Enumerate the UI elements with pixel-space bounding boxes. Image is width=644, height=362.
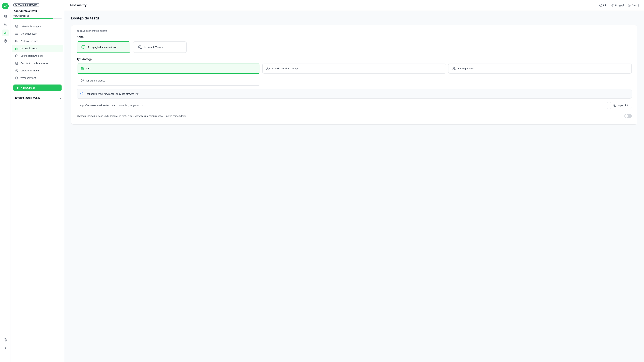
nav-item-label: Ocenianie i podsumowanie bbox=[20, 62, 49, 64]
group-password-icon bbox=[452, 66, 456, 70]
preview-button[interactable]: Podgląd bbox=[611, 4, 624, 7]
svg-rect-20 bbox=[16, 42, 16, 42]
info-button[interactable]: Info bbox=[599, 4, 607, 7]
link-row: Kopiuj link bbox=[77, 102, 632, 109]
sidebar-item-dostep-do-testu[interactable]: Dostęp do testu bbox=[12, 45, 63, 52]
nav-item-label: Zestawy testowe bbox=[20, 40, 38, 42]
individual-code-icon bbox=[266, 66, 270, 70]
main-area: Test wiedzy Info Podgląd Drukuj bbox=[64, 0, 644, 362]
access-btn-indywidualny-kod[interactable]: Indywidualny kod dostępu bbox=[262, 64, 446, 74]
access-btn-haslo-grupowe[interactable]: Hasło grupowe bbox=[448, 64, 632, 74]
nav-item-label: Menedżer pytań bbox=[20, 32, 37, 35]
browser-icon bbox=[81, 45, 86, 50]
info-box: Test będzie mógł rozwiązać każdy, kto ot… bbox=[77, 89, 632, 98]
rail-back-icon[interactable] bbox=[2, 344, 9, 351]
toggle-switch[interactable] bbox=[624, 114, 632, 118]
rail-users-icon[interactable] bbox=[2, 22, 9, 28]
svg-rect-1 bbox=[6, 16, 6, 16]
sets-icon bbox=[15, 39, 18, 43]
print-button[interactable]: Drukuj bbox=[628, 4, 639, 7]
svg-rect-32 bbox=[82, 46, 85, 48]
svg-rect-22 bbox=[16, 48, 18, 50]
progress-bar-fill bbox=[14, 18, 53, 19]
activate-test-button[interactable]: Aktywuj test bbox=[14, 84, 62, 91]
copy-link-button[interactable]: Kopiuj link bbox=[610, 102, 632, 109]
rail-home-icon[interactable] bbox=[2, 14, 9, 20]
svg-rect-0 bbox=[4, 16, 5, 16]
info-box-text: Test będzie mógł rozwiązać każdy, kto ot… bbox=[86, 92, 138, 95]
access-btn-label: Link bbox=[86, 67, 91, 70]
svg-point-38 bbox=[267, 68, 268, 68]
access-type-section-label: RODZAJ DOSTĘPU DO TESTU bbox=[77, 30, 632, 32]
nav-item-label: Ustawienia wstępne bbox=[20, 25, 42, 28]
globe-icon bbox=[80, 66, 84, 70]
svg-point-35 bbox=[138, 46, 140, 47]
time-icon bbox=[15, 69, 18, 72]
config-section-title[interactable]: Konfiguracja testu ⌃ bbox=[14, 10, 62, 12]
results-section: Przebieg testu i wyniki ⌄ bbox=[11, 94, 64, 101]
access-btn-link[interactable]: Link bbox=[77, 64, 260, 74]
toggle-row: Wymagaj indywidualnego kodu dostępu do t… bbox=[77, 112, 632, 120]
svg-point-8 bbox=[5, 40, 6, 42]
sidebar-item-wzor-certyfikatu[interactable]: Wzór certyfikatu bbox=[12, 74, 63, 82]
access-type-grid-row2: Link (trening/quiz) bbox=[77, 76, 632, 86]
svg-marker-26 bbox=[17, 87, 19, 89]
svg-rect-31 bbox=[628, 6, 630, 6]
access-type-grid: Link Indywidualny kod dostępu bbox=[77, 64, 632, 74]
svg-point-40 bbox=[82, 80, 83, 81]
rail-charts-icon[interactable] bbox=[2, 30, 9, 36]
content-area: Dostęp do testu RODZAJ DOSTĘPU DO TESTU … bbox=[64, 11, 644, 362]
app-logo[interactable] bbox=[2, 3, 9, 10]
channel-btn-przegladarka[interactable]: Przeglądarka internetowa bbox=[77, 42, 130, 53]
access-card: RODZAJ DOSTĘPU DO TESTU Kanał Przeglądar… bbox=[71, 25, 637, 124]
sidebar: W TRAKCIE USTAWIEŃ Konfiguracja testu ⌃ … bbox=[11, 0, 64, 362]
svg-point-4 bbox=[4, 24, 6, 25]
copy-icon bbox=[614, 104, 616, 107]
sidebar-item-ocenianie[interactable]: Ocenianie i podsumowanie bbox=[12, 60, 63, 67]
channel-btn-teams[interactable]: Microsoft Teams bbox=[133, 42, 187, 53]
access-btn-link-trening[interactable]: Link (trening/quiz) bbox=[77, 76, 260, 86]
info-icon bbox=[599, 4, 602, 7]
progress-section: 83% ukończono bbox=[11, 14, 64, 22]
channel-btn-label: Przeglądarka internetowa bbox=[88, 46, 116, 48]
access-btn-label: Link (trening/quiz) bbox=[86, 79, 105, 82]
sidebar-item-zestawy-testowe[interactable]: Zestawy testowe bbox=[12, 38, 63, 44]
sidebar-header: W TRAKCIE USTAWIEŃ Konfiguracja testu ⌃ bbox=[11, 0, 64, 14]
results-section-title[interactable]: Przebieg testu i wyniki ⌄ bbox=[14, 96, 62, 99]
start-page-icon bbox=[15, 54, 18, 58]
questions-icon bbox=[15, 32, 18, 36]
nav-item-label: Ustawienia czasu bbox=[20, 69, 39, 72]
access-btn-label: Indywidualny kod dostępu bbox=[272, 67, 299, 70]
teams-icon bbox=[137, 45, 142, 50]
svg-point-30 bbox=[612, 5, 613, 6]
rail-help-icon[interactable] bbox=[2, 336, 9, 343]
sidebar-item-menedzer-pytan[interactable]: Menedżer pytań bbox=[12, 30, 63, 37]
svg-rect-2 bbox=[4, 17, 5, 18]
topbar-actions: Info Podgląd Drukuj bbox=[599, 4, 639, 7]
link-input[interactable] bbox=[77, 102, 608, 109]
status-badge: W TRAKCIE USTAWIEŃ bbox=[14, 3, 40, 7]
svg-rect-19 bbox=[17, 40, 18, 41]
svg-rect-21 bbox=[17, 42, 18, 42]
nav-item-label: Wzór certyfikatu bbox=[20, 77, 37, 79]
page-title: Test wiedzy bbox=[70, 4, 86, 7]
access-icon bbox=[15, 46, 18, 50]
svg-rect-18 bbox=[16, 40, 16, 41]
sidebar-item-ustawienia-wstepne[interactable]: Ustawienia wstępne bbox=[12, 23, 63, 30]
rail-settings-icon[interactable] bbox=[2, 38, 9, 44]
sidebar-item-strona-startowa[interactable]: Strona startowa testu bbox=[12, 52, 63, 59]
topbar: Test wiedzy Info Podgląd Drukuj bbox=[64, 0, 644, 11]
config-collapse-icon: ⌃ bbox=[59, 10, 62, 12]
results-collapse-icon: ⌄ bbox=[59, 96, 62, 99]
preview-icon bbox=[611, 4, 614, 7]
progress-bar-background bbox=[14, 18, 62, 19]
rail-collapse-icon[interactable] bbox=[2, 352, 9, 359]
svg-rect-44 bbox=[614, 105, 616, 107]
channel-buttons: Przeglądarka internetowa Microsoft Teams bbox=[77, 42, 632, 53]
toggle-row-label: Wymagaj indywidualnego kodu dostępu do t… bbox=[77, 115, 624, 117]
svg-rect-3 bbox=[6, 17, 6, 18]
training-link-icon bbox=[80, 79, 84, 83]
settings-icon bbox=[15, 24, 18, 28]
sidebar-nav: Ustawienia wstępne Menedżer pytań Zestaw… bbox=[11, 22, 64, 82]
sidebar-item-ustawienia-czasu[interactable]: Ustawienia czasu bbox=[12, 67, 63, 74]
